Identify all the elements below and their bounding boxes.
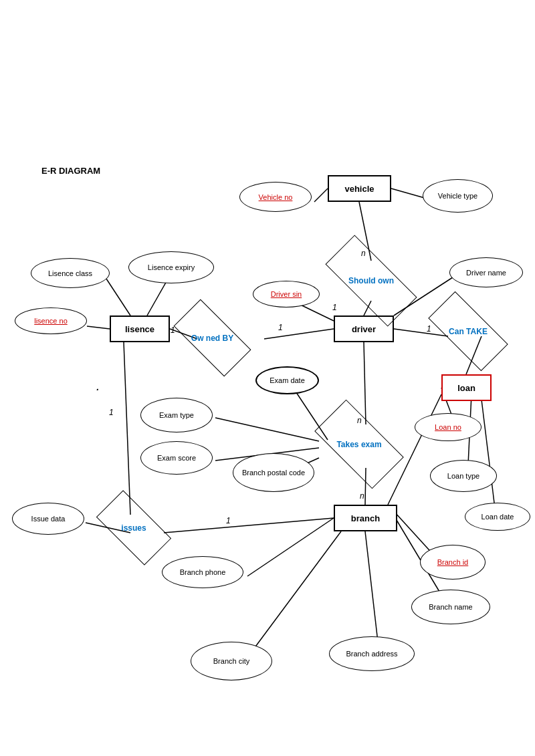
entity-lisence: lisence — [110, 316, 170, 342]
attribute-branch-name: Branch name — [411, 590, 490, 624]
attribute-driver-name: Driver name — [449, 257, 523, 287]
dot-marker: · — [96, 381, 100, 396]
attribute-loan-type: Loan type — [430, 460, 497, 492]
cardinality-n3: n — [360, 491, 364, 501]
attribute-exam-score: Exam score — [140, 441, 213, 475]
er-diagram-canvas: E-R DIAGRAM vehicle lisence driver loan … — [0, 0, 535, 756]
cardinality-1c: 1 — [171, 326, 175, 335]
cardinality-1f: 1 — [427, 324, 431, 334]
attribute-branch-phone: Branch phone — [162, 556, 243, 588]
svg-line-8 — [105, 277, 130, 316]
attribute-branch-id: Branch id — [420, 545, 486, 580]
relationship-should-own: Should own — [328, 261, 415, 301]
cardinality-n1: n — [361, 249, 366, 258]
attribute-vehicle-type: Vehicle type — [423, 179, 493, 213]
cardinality-1a: 1 — [332, 303, 337, 312]
svg-line-22 — [124, 342, 130, 515]
attribute-driver-sin: Driver sin — [253, 281, 320, 307]
cardinality-1b: 1 — [278, 323, 283, 332]
cardinality-1d: 1 — [109, 408, 114, 417]
relationship-can-take: Can TAKE — [431, 313, 505, 350]
attribute-loan-date: Loan date — [465, 503, 530, 531]
relationship-owned-by: Ow ned BY — [177, 320, 247, 356]
cardinality-1e: 1 — [226, 516, 231, 525]
svg-line-29 — [365, 531, 378, 642]
entity-branch: branch — [334, 505, 397, 531]
attribute-lisence-expiry: Lisence expiry — [128, 251, 214, 283]
attribute-branch-postal: Branch postal code — [233, 453, 314, 492]
attribute-branch-city: Branch city — [191, 642, 272, 680]
attribute-exam-type: Exam type — [140, 398, 213, 432]
attribute-loan-no: Loan no — [415, 413, 481, 441]
svg-line-16 — [364, 342, 366, 424]
attribute-issue-data: Issue data — [12, 503, 84, 535]
svg-line-6 — [264, 329, 334, 339]
relationship-takes-exam: Takes exam — [319, 422, 399, 466]
svg-line-15 — [481, 400, 495, 508]
attribute-exam-date: Exam date — [255, 366, 319, 394]
svg-line-27 — [247, 518, 334, 576]
entity-vehicle: vehicle — [328, 175, 391, 202]
attribute-lisence-class: Lisence class — [31, 258, 110, 288]
attribute-vehicle-no: Vehicle no — [239, 182, 312, 212]
cardinality-n2: n — [357, 416, 362, 425]
svg-line-1 — [391, 188, 427, 199]
attribute-branch-address: Branch address — [329, 636, 415, 671]
relationship-issues: issues — [100, 509, 167, 546]
entity-loan: loan — [441, 374, 492, 401]
svg-line-0 — [314, 188, 328, 202]
svg-line-28 — [254, 531, 341, 648]
svg-line-23 — [164, 518, 334, 533]
svg-line-10 — [87, 326, 110, 329]
attribute-lisence-no: lisence no — [15, 307, 87, 334]
diagram-title: E-R DIAGRAM — [41, 166, 100, 176]
svg-line-19 — [215, 418, 319, 441]
